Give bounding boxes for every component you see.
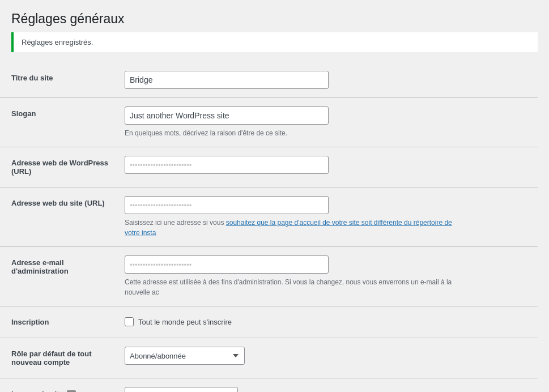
wordpress-url-input[interactable] [125, 156, 329, 174]
inscription-checkbox-label[interactable]: Tout le monde peut s'inscrire [138, 318, 232, 326]
site-title-input[interactable] [125, 71, 329, 89]
inscription-row: Inscription Tout le monde peut s'inscrir… [0, 306, 538, 338]
default-role-cell: Abonné/abonnée Contributeur/contributric… [119, 338, 538, 378]
site-title-cell [119, 62, 538, 98]
settings-saved-notice: Réglages enregistrés. [11, 32, 538, 52]
wordpress-url-label: Adresse web de WordPress (URL) [0, 147, 119, 188]
wordpress-url-row: Adresse web de WordPress (URL) [0, 147, 538, 188]
inscription-checkbox[interactable] [125, 317, 134, 326]
admin-email-label: Adresse e-mail d'administration [0, 247, 119, 306]
inscription-label: Inscription [0, 306, 119, 338]
slogan-label: Slogan [0, 98, 119, 147]
slogan-cell: En quelques mots, décrivez la raison d'ê… [119, 98, 538, 147]
site-url-input[interactable] [125, 196, 329, 214]
default-role-label: Rôle par défaut de tout nouveau compte [0, 338, 119, 378]
site-url-label: Adresse web du site (URL) [0, 188, 119, 247]
site-title-label: Titre du site [0, 62, 119, 98]
admin-email-description: Cette adresse est utilisée à des fins d'… [125, 277, 465, 297]
settings-page: Réglages généraux Réglages enregistrés. … [0, 0, 549, 392]
slogan-row: Slogan En quelques mots, décrivez la rai… [0, 98, 538, 147]
inscription-checkbox-row: Tout le monde peut s'inscrire [125, 317, 532, 326]
inscription-cell: Tout le monde peut s'inscrire [119, 306, 538, 338]
language-row: Langue du site Français English (US) Deu… [0, 378, 538, 393]
site-url-cell: Saisissez ici une adresse si vous souhai… [119, 188, 538, 247]
settings-table: Titre du site Slogan En quelques mots, d… [0, 62, 538, 392]
slogan-input[interactable] [125, 106, 329, 125]
site-url-description: Saisissez ici une adresse si vous souhai… [125, 218, 465, 238]
default-role-select[interactable]: Abonné/abonnée Contributeur/contributric… [125, 347, 245, 365]
admin-email-input[interactable] [125, 255, 329, 274]
language-select[interactable]: Français English (US) Deutsch Español [125, 387, 238, 392]
site-title-row: Titre du site [0, 62, 538, 98]
wordpress-url-cell [119, 147, 538, 188]
language-label: Langue du site [0, 378, 119, 393]
admin-email-row: Adresse e-mail d'administration Cette ad… [0, 247, 538, 306]
site-url-row: Adresse web du site (URL) Saisissez ici … [0, 188, 538, 247]
default-role-row: Rôle par défaut de tout nouveau compte A… [0, 338, 538, 378]
slogan-description: En quelques mots, décrivez la raison d'ê… [125, 128, 465, 138]
admin-email-cell: Cette adresse est utilisée à des fins d'… [119, 247, 538, 306]
page-title: Réglages généraux [0, 11, 538, 27]
language-cell: Français English (US) Deutsch Español [119, 378, 538, 393]
